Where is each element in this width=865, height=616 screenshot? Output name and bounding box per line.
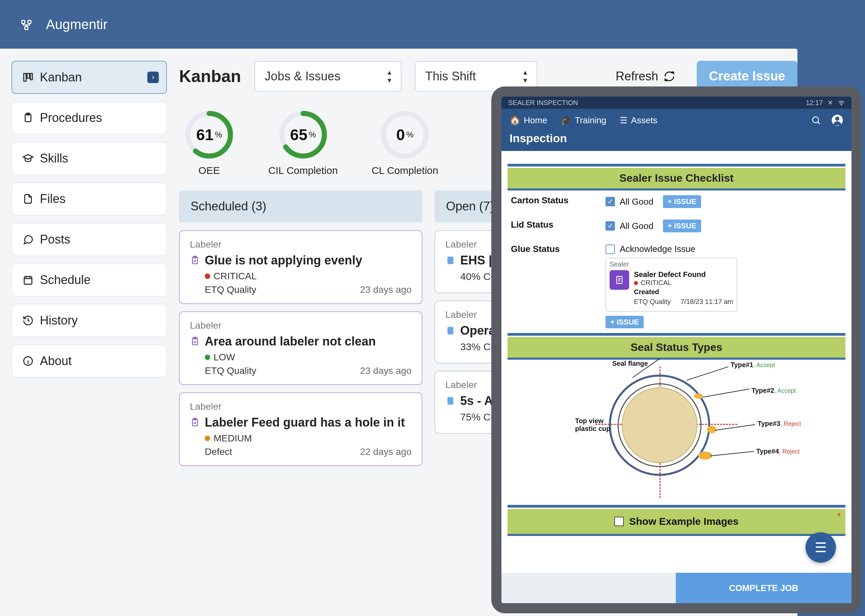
sidebar-item-kanban[interactable]: Kanban › [11, 61, 167, 94]
type-status: , Accept [753, 362, 775, 368]
sidebar-item-skills[interactable]: Skills [11, 142, 167, 175]
nav-training[interactable]: 🎓Training [561, 115, 606, 126]
metrics-row: 61% OEE 65% CIL Completion 0% CL Complet… [184, 109, 438, 176]
show-example-images-row[interactable]: Show Example Images * [508, 509, 845, 534]
section-header: Sealer Issue Checklist [508, 168, 845, 189]
info-icon [22, 355, 34, 367]
svg-rect-0 [22, 20, 25, 24]
tablet-body: Sealer Issue Checklist Carton Status ✓ A… [502, 151, 851, 573]
signal-icon: ✕ [827, 99, 833, 107]
sidebar-item-schedule[interactable]: Schedule [11, 263, 167, 297]
tablet-screen: SEALER INSPECTION 12:17 ✕ 🏠Home 🎓Trainin… [502, 97, 851, 603]
gauge: 0% [379, 109, 430, 160]
priority-dot [205, 273, 210, 279]
tablet-device: SEALER INSPECTION 12:17 ✕ 🏠Home 🎓Trainin… [491, 86, 862, 613]
metric-oee: 61% OEE [184, 109, 234, 176]
defect-status: Created [634, 288, 733, 296]
svg-rect-4 [27, 74, 29, 79]
priority-label: CRITICAL [214, 271, 257, 282]
complete-job-button[interactable]: COMPLETE JOB [676, 573, 851, 603]
priority-label: LOW [214, 352, 235, 363]
row-label: Glue Status [511, 244, 606, 254]
hamburger-icon: ☰ [815, 540, 827, 555]
graduation-cap-icon: 🎓 [561, 115, 571, 126]
search-icon[interactable] [811, 115, 821, 125]
card-tag: Labeler [190, 401, 412, 412]
type-status: , Reject [780, 420, 801, 427]
svg-rect-2 [25, 27, 28, 30]
sidebar: Kanban › Procedures Skills Files Posts S… [11, 61, 167, 377]
clipboard-check-icon [190, 336, 200, 347]
card-title: EHS | [460, 253, 492, 267]
refresh-label: Refresh [616, 69, 658, 83]
org-tree-icon[interactable] [20, 19, 33, 30]
kanban-card[interactable]: Labeler Area around labeler not clean LO… [179, 311, 422, 385]
nav-label: Home [524, 115, 547, 126]
metric-label: CL Completion [372, 165, 438, 176]
chevron-right-icon[interactable]: › [147, 72, 159, 83]
type-label: Type#1 [731, 361, 753, 368]
sidebar-item-label: Files [40, 192, 66, 206]
row-value: All Good [620, 221, 653, 231]
kanban-card[interactable]: Labeler Labeler Feed guard has a hole in… [179, 393, 422, 466]
card-age: 22 days ago [360, 446, 412, 457]
add-issue-button[interactable]: + ISSUE [606, 316, 644, 328]
sidebar-item-files[interactable]: Files [11, 182, 167, 215]
required-asterisk: * [837, 511, 841, 522]
divider [508, 164, 845, 167]
percent-sign: % [215, 130, 222, 140]
graduation-cap-icon [22, 152, 34, 164]
metric-label: OEE [198, 165, 220, 176]
add-issue-button[interactable]: + ISSUE [663, 195, 701, 208]
sidebar-item-label: Procedures [40, 111, 102, 125]
defect-card[interactable]: Sealer Sealer Defect Found CRITICAL Crea… [606, 258, 737, 312]
refresh-button[interactable]: Refresh [616, 69, 675, 83]
type-status: , Accept [774, 387, 796, 394]
card-source: Defect [205, 446, 232, 457]
defect-timestamp: 7/18/23 11:17 am [681, 298, 733, 306]
checkbox-checked[interactable]: ✓ [606, 221, 615, 231]
nav-home[interactable]: 🏠Home [510, 115, 547, 126]
sidebar-item-label: Schedule [40, 273, 91, 287]
sidebar-item-posts[interactable]: Posts [11, 223, 167, 256]
svg-point-27 [835, 117, 839, 121]
leader-line [710, 451, 754, 456]
sidebar-item-about[interactable]: About [11, 344, 167, 377]
sidebar-item-history[interactable]: History [11, 304, 167, 337]
status-time: 12:17 [806, 99, 823, 107]
card-title: Labeler Feed guard has a hole in it [205, 415, 405, 430]
percent-sign: % [309, 130, 316, 140]
clipboard-icon [22, 112, 34, 124]
nav-label: Assets [631, 115, 657, 126]
svg-rect-21 [448, 257, 453, 264]
kanban-card[interactable]: Labeler Glue is not applying evenly CRIT… [179, 230, 422, 304]
nav-assets[interactable]: ☰Assets [620, 115, 657, 126]
diagram-label: Seal flange [612, 360, 648, 368]
svg-point-24 [841, 105, 842, 105]
card-source: ETQ Quality [205, 365, 256, 376]
history-icon [22, 315, 34, 326]
user-avatar-icon[interactable] [831, 114, 843, 126]
metric-label: CIL Completion [268, 165, 338, 176]
section-header: Seal Status Types [508, 337, 845, 358]
add-issue-button[interactable]: + ISSUE [663, 220, 701, 233]
svg-point-25 [813, 117, 819, 123]
checklist-table: Carton Status ✓ All Good + ISSUE Lid Sta… [508, 190, 845, 333]
sidebar-item-procedures[interactable]: Procedures [11, 101, 167, 134]
filter-jobs-issues[interactable]: Jobs & Issues ▴▾ [255, 61, 401, 91]
svg-rect-22 [448, 327, 453, 334]
brand-name: Augmentir [46, 17, 107, 32]
checkbox-empty[interactable]: ✓ [606, 245, 615, 254]
filter-label: This Shift [425, 69, 476, 83]
fab-menu-button[interactable]: ☰ [805, 532, 836, 563]
calendar-icon [22, 274, 34, 286]
card-title: Glue is not applying evenly [205, 253, 362, 267]
card-title: Area around labeler not clean [205, 334, 376, 349]
sidebar-item-label: Posts [40, 233, 70, 247]
clipboard-icon [445, 396, 456, 406]
metric-value: 0 [396, 126, 405, 144]
home-icon: 🏠 [510, 115, 521, 126]
svg-rect-23 [448, 398, 453, 404]
checkbox-checked[interactable]: ✓ [606, 197, 615, 206]
checkbox-empty[interactable] [614, 517, 624, 526]
